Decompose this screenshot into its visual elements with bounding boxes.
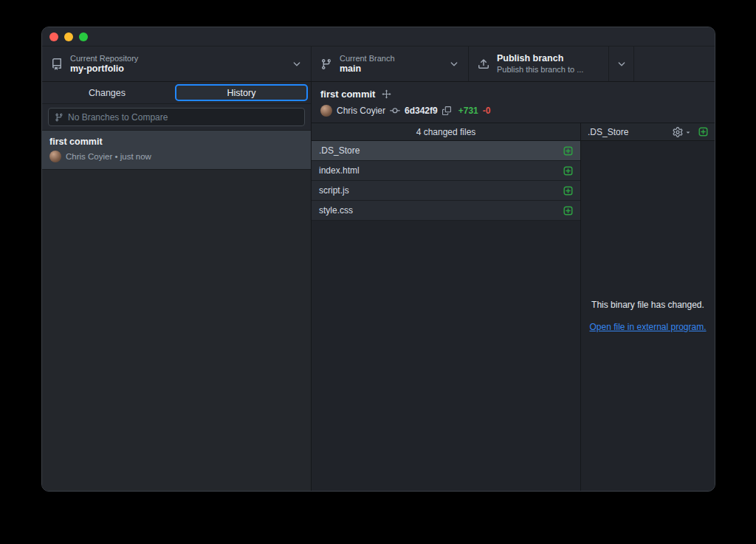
branch-compare-input[interactable] — [68, 112, 298, 123]
diff-filename: .DS_Store — [588, 127, 666, 137]
avatar — [49, 151, 61, 162]
branch-name: main — [340, 63, 395, 75]
commit-list: first commit Chris Coyier • just now — [42, 131, 311, 491]
commit-detail-header: first commit Chris Coyier 6d342f9 +7 — [312, 82, 715, 123]
branch-filter-row — [42, 104, 311, 131]
toolbar: Current Repository my-portfolio Current … — [42, 47, 715, 82]
diff-header: .DS_Store — [581, 123, 715, 141]
commit-list-item[interactable]: first commit Chris Coyier • just now — [42, 131, 311, 170]
publish-label: Publish branch — [497, 53, 583, 64]
tab-changes[interactable]: Changes — [42, 82, 172, 103]
zoom-button[interactable] — [79, 32, 88, 41]
publish-dropdown-button[interactable] — [609, 47, 634, 81]
copy-icon[interactable] — [442, 106, 451, 115]
github-desktop-window: Current Repository my-portfolio Current … — [41, 27, 715, 492]
changed-files-panel: 4 changed files .DS_Store index.html — [312, 123, 581, 491]
file-row[interactable]: style.css — [312, 201, 580, 221]
commit-detail-title: first commit — [320, 89, 375, 100]
repository-name: my-portfolio — [70, 63, 138, 75]
file-added-icon — [698, 127, 708, 137]
open-external-link[interactable]: Open file in external program. — [589, 322, 706, 332]
binary-file-message: This binary file has changed. — [591, 300, 704, 310]
additions-count: +731 — [458, 106, 478, 116]
git-branch-icon — [55, 113, 63, 122]
avatar — [320, 105, 332, 117]
sidebar-tabs: Changes History — [42, 82, 311, 104]
file-row[interactable]: script.js — [312, 181, 580, 201]
file-name: style.css — [319, 205, 353, 216]
commit-meta-text: Chris Coyier • just now — [66, 152, 151, 161]
file-added-icon — [563, 206, 573, 216]
changed-files-header: 4 changed files — [312, 123, 580, 141]
file-name: script.js — [319, 185, 349, 196]
close-button[interactable] — [49, 32, 58, 41]
tab-history[interactable]: History — [175, 84, 308, 101]
file-added-icon — [563, 186, 573, 196]
commit-sha: 6d342f9 — [405, 106, 438, 116]
branch-label: Current Branch — [340, 53, 395, 63]
gear-icon — [673, 127, 683, 137]
publish-branch-button[interactable]: Publish branch Publish this branch to ..… — [469, 47, 609, 81]
git-commit-icon — [390, 106, 400, 116]
branch-filter-box — [48, 108, 305, 126]
diff-body: This binary file has changed. Open file … — [581, 141, 715, 491]
file-added-icon — [563, 166, 573, 176]
diff-panel: .DS_Store — [581, 123, 715, 491]
main-panel: first commit Chris Coyier 6d342f9 +7 — [312, 82, 715, 491]
current-branch-button[interactable]: Current Branch main — [312, 47, 469, 81]
file-name: .DS_Store — [319, 145, 360, 156]
file-name: index.html — [319, 165, 360, 176]
file-added-icon — [563, 146, 573, 156]
deletions-count: -0 — [483, 106, 491, 116]
diff-options-button[interactable] — [673, 127, 692, 137]
chevron-down-icon — [616, 59, 627, 69]
repo-icon — [51, 58, 63, 70]
current-repository-button[interactable]: Current Repository my-portfolio — [42, 47, 312, 81]
chevron-down-icon — [449, 59, 459, 69]
chevron-down-icon — [684, 128, 692, 136]
commit-title: first commit — [49, 137, 303, 147]
drag-move-icon[interactable] — [382, 89, 391, 99]
titlebar — [42, 27, 715, 47]
repository-label: Current Repository — [70, 53, 138, 63]
minimize-button[interactable] — [64, 32, 73, 41]
publish-description: Publish this branch to ... — [497, 64, 583, 75]
sidebar: Changes History first commit Chris Coyie… — [42, 82, 312, 491]
chevron-down-icon — [292, 59, 302, 69]
file-row[interactable]: .DS_Store — [312, 141, 580, 161]
upload-icon — [478, 58, 489, 70]
git-branch-icon — [320, 58, 332, 70]
commit-author: Chris Coyier — [337, 106, 385, 116]
toolbar-spacer — [634, 47, 715, 81]
file-row[interactable]: index.html — [312, 161, 580, 181]
